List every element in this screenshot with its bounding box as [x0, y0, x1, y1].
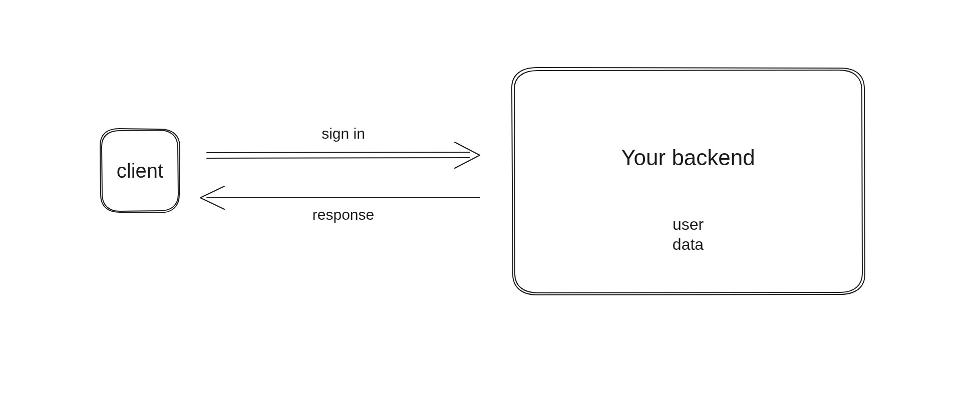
arrow-bottom-label: response	[207, 206, 480, 224]
sketch-svg	[0, 0, 980, 403]
diagram-canvas: client sign in response Your backend use…	[0, 0, 980, 403]
backend-box	[512, 68, 865, 295]
backend-title: Your backend	[512, 145, 864, 171]
backend-data-line2: data	[512, 235, 864, 254]
client-label: client	[100, 159, 180, 182]
backend-data-line1: user	[512, 215, 864, 234]
arrow-top-label: sign in	[207, 125, 480, 143]
arrow-sign-in	[207, 142, 480, 168]
